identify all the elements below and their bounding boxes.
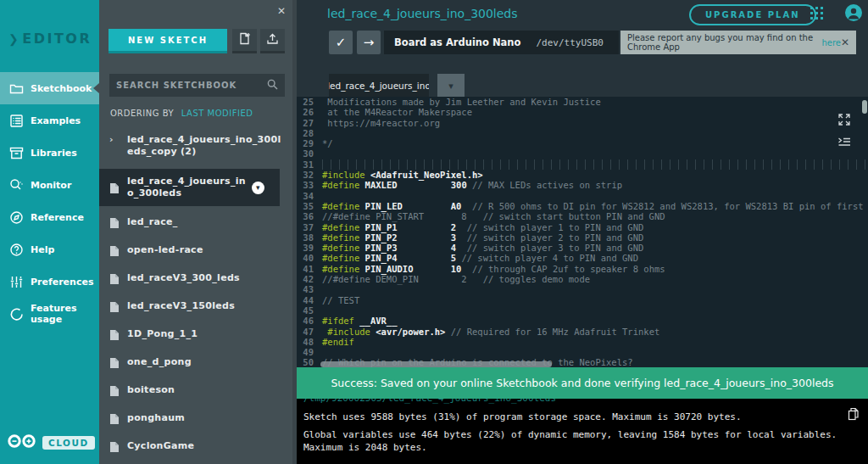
code-editor[interactable]: 25 Modifications made by Jim Leether and…: [297, 97, 868, 367]
console-output: /tmp/920002505/led_race_4_joueurs_ino_30…: [297, 399, 868, 464]
line-number: 40: [297, 253, 322, 263]
code-line-content: [322, 128, 868, 138]
sketch-name: led_race_: [127, 216, 178, 228]
sketch-item[interactable]: led_raceV3_300_leds: [99, 272, 297, 289]
ordering-value[interactable]: LAST MODIFIED: [181, 109, 253, 118]
sidebar-item-label: Reference: [31, 212, 84, 223]
code-line: 29*/: [297, 138, 868, 148]
import-sketch-button[interactable]: [260, 29, 285, 53]
sketch-item[interactable]: one_d_pong: [99, 356, 297, 373]
sidebar-item-sketchbook[interactable]: Sketchbook: [0, 72, 99, 104]
code-line: 38#define PIN_P2 3 // switch player 2 to…: [297, 232, 868, 243]
checkmark-icon: ✓: [336, 35, 347, 50]
upgrade-plan-button[interactable]: UPGRADE PLAN: [689, 4, 816, 25]
sketch-name: led_race_4_joueurs_ino_300leds: [127, 176, 252, 199]
code-line: 35#define PIN_LED A0 // R 500 ohms to DI…: [297, 201, 868, 211]
search-sketchbook-input[interactable]: SEARCH SKETCHBOOK: [109, 74, 285, 97]
board-port: /dev/ttyUSB0: [536, 37, 603, 48]
arduino-editor-app: ❯EDITOR SketchbookExamplesLibrariesMonit…: [0, 0, 868, 464]
user-avatar[interactable]: [845, 4, 862, 25]
sketch-item[interactable]: ponghaum: [99, 412, 297, 429]
code-line: 36//#define PIN_START 8 // switch start …: [297, 211, 868, 221]
line-number: 50: [297, 357, 322, 367]
code-line-content: Modifications made by Jim Leether and Ke…: [322, 97, 868, 107]
sketch-context-menu-icon[interactable]: ▾: [252, 182, 264, 194]
sketch-name: led_raceV3_300_leds: [127, 272, 240, 284]
code-line-content: at the M4Reactor Makerspace: [322, 107, 868, 117]
code-line-content: #define MAXLED 300 // MAX LEDs actives o…: [322, 180, 868, 190]
code-line-content: */: [322, 138, 868, 148]
notification-banner: Please report any bugs you may find on t…: [620, 31, 856, 54]
code-line-content: #include <avr/power.h> // Required for 1…: [322, 327, 868, 337]
sketch-item[interactable]: 1D_Pong_1_1: [99, 328, 297, 345]
code-line-content: #define PIN_P4 5 // switch player 4 to P…: [322, 253, 868, 263]
code-line-content: [322, 191, 868, 201]
code-line: 27 https://m4reactor.org: [297, 118, 868, 128]
code-line-content: //#define DEMO_PIN 2 // toggles demo mod…: [322, 274, 868, 284]
notification-link[interactable]: here: [821, 38, 841, 48]
line-number: 48: [297, 337, 322, 347]
apps-grid-icon[interactable]: [810, 6, 824, 24]
sketch-item[interactable]: ›led_race_4_joueurs_ino_300leds_copy (2): [99, 134, 297, 158]
line-number: 42: [297, 274, 322, 284]
code-line: 49: [297, 347, 868, 357]
logo-chevron-icon: ❯: [8, 32, 20, 46]
notification-close-icon[interactable]: ✕: [841, 36, 849, 48]
sidebar-item-monitor[interactable]: Monitor: [0, 169, 99, 201]
sidebar-item-label: Examples: [31, 115, 81, 126]
sidebar-item-examples[interactable]: Examples: [0, 104, 99, 137]
console-lines: Sketch uses 9588 bytes (31%) of program …: [303, 411, 868, 454]
new-sketch-button[interactable]: NEW SKETCH: [108, 29, 227, 53]
code-line: 31: [297, 159, 868, 170]
sketch-item[interactable]: led_race_4_joueurs_ino_300leds▾: [99, 169, 280, 206]
code-line: 46#ifdef __AVR__: [297, 316, 868, 326]
vertical-scrollbar[interactable]: [862, 100, 867, 114]
sidebar-item-features-usage[interactable]: Features usage: [0, 298, 99, 330]
verify-button[interactable]: ✓: [329, 31, 353, 54]
sidebar-item-help[interactable]: Help: [0, 233, 99, 266]
preferences-icon: [9, 275, 24, 289]
sketch-item[interactable]: led_race_: [99, 216, 297, 233]
code-line-content: [322, 305, 868, 316]
notification-text: Please report any bugs you may find on t…: [627, 33, 819, 52]
line-number: 28: [297, 128, 322, 138]
chevron-right-icon[interactable]: ›: [109, 134, 120, 146]
sketch-file-icon: [109, 273, 120, 285]
sidebar-item-label: Preferences: [31, 277, 93, 288]
close-panel-icon[interactable]: ✕: [277, 5, 286, 17]
sketch-item[interactable]: open-led-race: [99, 244, 297, 261]
code-line: 34: [297, 191, 868, 201]
sidebar-item-libraries[interactable]: Libraries: [0, 137, 99, 169]
sketchbook-icon: [9, 81, 24, 96]
sketch-item[interactable]: CyclonGame: [99, 440, 297, 457]
code-line-content: #define PIN_P2 3 // switch player 2 to P…: [322, 232, 868, 243]
console-line: Maximum is 2048 bytes.: [303, 441, 868, 454]
horizontal-scrollbar[interactable]: [320, 361, 552, 367]
sidebar-item-preferences[interactable]: Preferences: [0, 266, 99, 298]
sketch-file-icon: [109, 217, 120, 229]
code-line-content: #endif: [322, 337, 868, 347]
new-folder-button[interactable]: [232, 29, 257, 53]
board-name: Board as Arduino Nano: [394, 36, 520, 48]
copy-icon[interactable]: [848, 407, 860, 424]
code-line: 43: [297, 284, 868, 294]
sketch-item[interactable]: led_raceV3_150leds: [99, 300, 297, 317]
sidebar-item-reference[interactable]: Reference: [0, 201, 99, 233]
upload-button[interactable]: →: [357, 31, 381, 54]
sketch-item[interactable]: boiteson: [99, 384, 297, 401]
code-line-content: #define PIN_LED A0 // R 500 ohms to DI p…: [322, 201, 868, 211]
sketch-file-icon: [109, 385, 120, 397]
board-selector[interactable]: Board as Arduino Nano /dev/ttyUSB0: [384, 31, 619, 54]
code-line-content: [322, 159, 868, 170]
tab-dropdown-button[interactable]: ▾: [437, 74, 465, 98]
tab-sketch-file[interactable]: led_race_4_joueurs_ino: [329, 74, 429, 98]
console-line: Sketch uses 9588 bytes (31%) of program …: [303, 411, 868, 423]
sketchbook-panel: ✕ NEW SKETCH SEARCH SKETCHBOOK ORDERING …: [99, 0, 297, 464]
fullscreen-icon[interactable]: [837, 113, 851, 130]
reference-icon: [9, 210, 24, 225]
code-line-content: #define PIN_AUDIO 10 // through CAP 2uf …: [322, 264, 868, 274]
code-line-content: #include <Adafruit_NeoPixel.h>: [322, 170, 868, 180]
line-number: 46: [297, 316, 322, 326]
main-area: led_race_4_joueurs_ino_300leds UPGRADE P…: [297, 0, 868, 464]
format-code-icon[interactable]: [837, 135, 851, 152]
